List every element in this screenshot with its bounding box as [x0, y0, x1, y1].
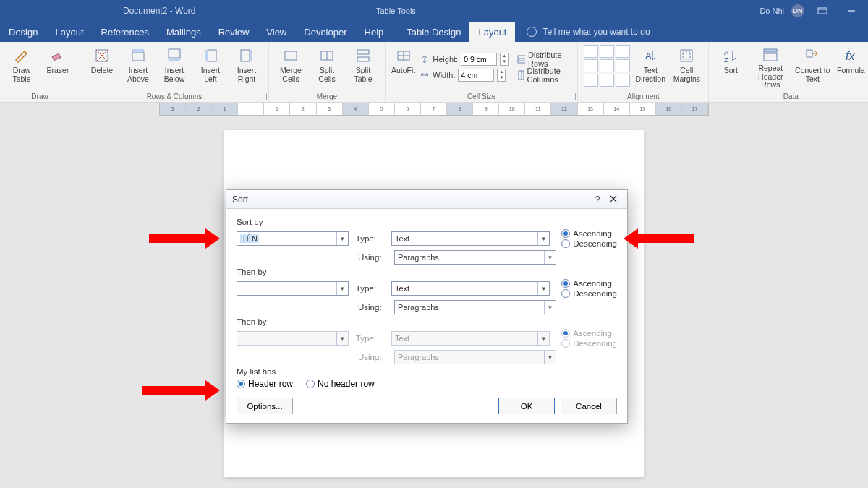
tab-design[interactable]: Design — [0, 22, 46, 42]
radio-icon — [561, 329, 570, 338]
column-width-input[interactable] — [458, 69, 494, 82]
insert-below-button[interactable]: Insert Below — [158, 45, 190, 90]
draw-table-button[interactable]: Draw Table — [6, 45, 38, 90]
tell-me-search[interactable]: Tell me what you want to do — [527, 22, 650, 42]
eraser-label: Eraser — [47, 67, 69, 75]
delete-button[interactable]: Delete — [86, 45, 118, 90]
ruler-mark: 15 — [630, 103, 656, 115]
svg-text:A: A — [645, 51, 652, 61]
insert-below-label: Insert Below — [158, 67, 190, 83]
title-bar: Document2 - Word Table Tools Do Nhi DN — [0, 0, 868, 22]
width-spinner[interactable]: ▲▼ — [497, 69, 506, 82]
height-spinner[interactable]: ▲▼ — [500, 53, 509, 66]
ribbon-display-options-icon[interactable] — [812, 7, 833, 14]
ascending-label: Ascending — [573, 279, 612, 288]
chevron-down-icon: ▼ — [537, 232, 549, 245]
cell-margins-button[interactable]: Cell Margins — [671, 45, 702, 90]
tab-mailings[interactable]: Mailings — [158, 22, 210, 42]
autofit-button[interactable]: AutoFit — [391, 45, 415, 90]
minimize-button[interactable] — [841, 7, 862, 15]
svg-rect-11 — [208, 50, 216, 61]
insert-right-label: Insert Right — [231, 67, 263, 83]
dialog-help-button[interactable]: ? — [590, 194, 605, 205]
svg-text:A: A — [724, 49, 728, 56]
then-by-2-ascending-radio: Ascending — [561, 329, 617, 338]
header-row-radio[interactable]: Header row — [237, 379, 293, 389]
then-by-2-using-value: Paragraphs — [398, 353, 439, 361]
chevron-down-icon: ▼ — [544, 351, 556, 364]
repeat-header-button[interactable]: Repeat Header Rows — [751, 45, 790, 90]
split-cells-button[interactable]: Split Cells — [311, 45, 343, 90]
tell-me-label: Tell me what you want to do — [542, 27, 650, 37]
ruler-mark: 10 — [499, 103, 525, 115]
text-direction-button[interactable]: A Text Direction — [634, 45, 666, 90]
tab-review[interactable]: Review — [210, 22, 258, 42]
merge-cells-button[interactable]: Merge Cells — [275, 45, 307, 90]
ascending-label: Ascending — [573, 329, 612, 338]
tab-developer[interactable]: Developer — [295, 22, 355, 42]
sort-by-ascending-radio[interactable]: Ascending — [561, 229, 617, 238]
tab-help[interactable]: Help — [356, 22, 393, 42]
no-header-row-radio[interactable]: No header row — [306, 379, 375, 389]
delete-table-icon — [93, 46, 111, 65]
chevron-down-icon: ▼ — [336, 282, 348, 295]
then-by-1-descending-radio[interactable]: Descending — [561, 289, 617, 298]
ruler-mark: 9 — [473, 103, 499, 115]
tab-table-design[interactable]: Table Design — [398, 22, 469, 42]
chevron-down-icon: ▼ — [336, 332, 348, 345]
tab-layout[interactable]: Layout — [46, 22, 92, 42]
ruler-mark: 2 — [290, 103, 316, 115]
ruler-mark: 1 — [264, 103, 290, 115]
split-table-button[interactable]: Split Table — [347, 45, 379, 90]
distribute-rows-button[interactable]: Distribute Rows — [517, 52, 571, 67]
svg-rect-13 — [241, 50, 250, 61]
convert-to-text-button[interactable]: Convert to Text — [794, 45, 830, 90]
text-direction-icon: A — [641, 46, 660, 65]
insert-row-above-icon — [129, 46, 148, 65]
chevron-down-icon: ▼ — [537, 282, 549, 295]
horizontal-ruler[interactable]: 3 2 1 1 2 3 4 5 6 7 8 9 10 11 12 13 14 1… — [159, 103, 709, 116]
options-button[interactable]: Options... — [237, 398, 293, 414]
type-label-2: Type: — [356, 284, 384, 293]
chevron-down-icon: ▼ — [537, 332, 549, 345]
insert-above-label: Insert Above — [122, 67, 154, 83]
dialog-launcher-cell-size[interactable] — [569, 93, 576, 100]
sort-icon: AZ — [721, 46, 740, 65]
then-by-2-type-value: Text — [395, 334, 409, 343]
radio-icon — [561, 339, 570, 348]
ok-button[interactable]: OK — [498, 398, 555, 414]
distribute-cols-button[interactable]: Distribute Columns — [517, 68, 571, 82]
tab-references[interactable]: References — [93, 22, 158, 42]
sort-by-descending-radio[interactable]: Descending — [561, 239, 617, 248]
avatar[interactable]: DN — [791, 4, 804, 17]
ruler-mark: 16 — [656, 103, 682, 115]
sort-button[interactable]: AZ Sort — [715, 45, 746, 90]
sort-by-using-combo[interactable]: Paragraphs ▼ — [394, 250, 556, 265]
sort-by-field-combo[interactable]: TÊN ▼ — [237, 231, 349, 246]
dialog-titlebar[interactable]: Sort ? — [226, 190, 627, 209]
then-by-1-ascending-radio[interactable]: Ascending — [561, 279, 617, 288]
insert-right-button[interactable]: Insert Right — [231, 45, 263, 90]
sort-by-type-combo[interactable]: Text ▼ — [391, 231, 550, 246]
sort-by-type-value: Text — [395, 234, 409, 243]
formula-button[interactable]: fx Formula — [835, 45, 867, 90]
ruler-mark: 12 — [551, 103, 577, 115]
tab-table-layout[interactable]: Layout — [469, 22, 515, 42]
then-by-1-type-combo[interactable]: Text ▼ — [391, 281, 550, 296]
insert-above-button[interactable]: Insert Above — [122, 45, 154, 90]
then-by-1-field-combo[interactable]: ▼ — [237, 281, 349, 296]
lightbulb-icon — [527, 27, 537, 37]
cancel-button[interactable]: Cancel — [561, 398, 617, 414]
eraser-button[interactable]: Eraser — [42, 45, 74, 90]
then-by-1-using-combo[interactable]: Paragraphs ▼ — [394, 300, 556, 314]
distribute-rows-label: Distribute Rows — [528, 51, 571, 68]
svg-rect-31 — [683, 52, 690, 59]
formula-icon: fx — [841, 46, 860, 65]
dialog-launcher-rows-cols[interactable] — [260, 93, 267, 100]
tab-view[interactable]: View — [258, 22, 295, 42]
alignment-grid[interactable] — [584, 45, 630, 87]
row-height-input[interactable] — [461, 53, 497, 66]
dialog-close-button[interactable] — [605, 194, 621, 205]
insert-left-button[interactable]: Insert Left — [195, 45, 226, 90]
sort-by-using-value: Paragraphs — [398, 253, 439, 262]
